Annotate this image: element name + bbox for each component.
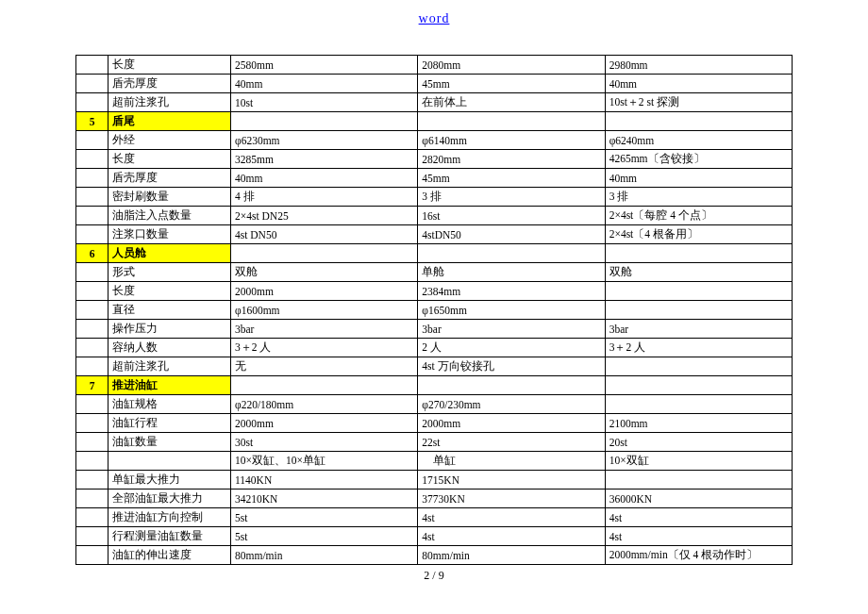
row-number <box>76 75 108 93</box>
header-link[interactable]: word <box>0 0 868 55</box>
table-row: 单缸最大推力1140KN1715KN <box>76 471 793 490</box>
row-value: 4 排 <box>231 188 418 207</box>
row-value: 4st <box>418 527 605 546</box>
row-number <box>76 207 108 225</box>
row-value: 1715KN <box>418 471 605 490</box>
row-value: 16st <box>418 207 605 225</box>
table-row: 形式双舱单舱双舱 <box>76 263 793 282</box>
row-value: 2×4st DN25 <box>231 207 418 225</box>
table-row: 盾壳厚度40mm45mm40mm <box>76 75 793 93</box>
row-number <box>76 282 108 301</box>
row-label: 油缸的伸出速度 <box>108 546 231 565</box>
row-value: 2980mm <box>605 56 792 75</box>
row-value <box>418 376 605 395</box>
row-number <box>76 452 108 471</box>
row-value: 45mm <box>418 75 605 93</box>
row-value: 4stDN50 <box>418 225 605 244</box>
row-value: 40mm <box>231 75 418 93</box>
row-number <box>76 471 108 490</box>
row-value: 无 <box>231 357 418 376</box>
table-row: 直径φ1600mmφ1650mm <box>76 301 793 320</box>
row-value: 在前体上 <box>418 93 605 112</box>
row-number <box>76 56 108 75</box>
row-value <box>605 376 792 395</box>
row-value: 4st <box>605 527 792 546</box>
row-number <box>76 169 108 188</box>
row-value: 40mm <box>231 169 418 188</box>
row-number <box>76 301 108 320</box>
row-label: 长度 <box>108 150 231 169</box>
table-row: 长度2580mm2080mm2980mm <box>76 56 793 75</box>
row-value <box>418 244 605 263</box>
row-value: φ6140mm <box>418 131 605 150</box>
row-number <box>76 263 108 282</box>
row-label <box>108 452 231 471</box>
table-row: 推进油缸方向控制5st4st4st <box>76 508 793 527</box>
row-value <box>231 244 418 263</box>
row-value: 双舱 <box>231 263 418 282</box>
table-row: 操作压力3bar3bar3bar <box>76 320 793 339</box>
row-number: 6 <box>76 244 108 263</box>
row-value: φ1600mm <box>231 301 418 320</box>
row-value: 2580mm <box>231 56 418 75</box>
row-number: 7 <box>76 376 108 395</box>
row-number <box>76 546 108 565</box>
row-value: 10×双缸、10×单缸 <box>231 452 418 471</box>
row-label: 油缸数量 <box>108 433 231 452</box>
table-row: 外经φ6230mmφ6140mmφ6240mm <box>76 131 793 150</box>
row-label: 行程测量油缸数量 <box>108 527 231 546</box>
row-value: 80mm/min <box>231 546 418 565</box>
row-number <box>76 225 108 244</box>
row-value <box>605 301 792 320</box>
table-row: 5盾尾 <box>76 112 793 131</box>
row-label: 盾壳厚度 <box>108 75 231 93</box>
row-value: 2000mm <box>231 414 418 433</box>
row-value: 10×双缸 <box>605 452 792 471</box>
table-row: 油缸的伸出速度80mm/min80mm/min2000mm/min〔仅 4 根动… <box>76 546 793 565</box>
row-value: 2 人 <box>418 339 605 357</box>
table-row: 全部油缸最大推力34210KN37730KN36000KN <box>76 490 793 508</box>
row-value: 2100mm <box>605 414 792 433</box>
row-label: 容纳人数 <box>108 339 231 357</box>
table-row: 油缸行程2000mm2000mm2100mm <box>76 414 793 433</box>
row-label: 超前注浆孔 <box>108 357 231 376</box>
row-value: 3＋2 人 <box>231 339 418 357</box>
row-value: 2820mm <box>418 150 605 169</box>
row-number <box>76 395 108 414</box>
row-value: 45mm <box>418 169 605 188</box>
row-value: 30st <box>231 433 418 452</box>
row-value: 40mm <box>605 75 792 93</box>
row-number <box>76 357 108 376</box>
row-value: 4st <box>418 508 605 527</box>
row-value: 4st DN50 <box>231 225 418 244</box>
row-value <box>605 471 792 490</box>
row-value: 2384mm <box>418 282 605 301</box>
table-row: 油缸规格φ220/180mmφ270/230mm <box>76 395 793 414</box>
row-value: 5st <box>231 508 418 527</box>
row-label: 全部油缸最大推力 <box>108 490 231 508</box>
row-value: 4st <box>605 508 792 527</box>
table-container: 长度2580mm2080mm2980mm盾壳厚度40mm45mm40mm超前注浆… <box>0 55 868 565</box>
row-value: 单舱 <box>418 263 605 282</box>
row-value <box>605 395 792 414</box>
table-row: 超前注浆孔10st在前体上10st＋2 st 探测 <box>76 93 793 112</box>
row-label: 盾尾 <box>108 112 231 131</box>
row-value: φ270/230mm <box>418 395 605 414</box>
row-value: φ6240mm <box>605 131 792 150</box>
row-value: 2×4st〔每腔 4 个点〕 <box>605 207 792 225</box>
row-label: 单缸最大推力 <box>108 471 231 490</box>
row-number <box>76 490 108 508</box>
table-row: 超前注浆孔无4st 万向铰接孔 <box>76 357 793 376</box>
row-value: 3bar <box>231 320 418 339</box>
row-label: 推进油缸 <box>108 376 231 395</box>
row-value <box>605 357 792 376</box>
row-label: 外经 <box>108 131 231 150</box>
row-label: 密封刷数量 <box>108 188 231 207</box>
row-label: 油脂注入点数量 <box>108 207 231 225</box>
row-value: 4st 万向铰接孔 <box>418 357 605 376</box>
row-number <box>76 527 108 546</box>
row-number <box>76 433 108 452</box>
row-value: 2080mm <box>418 56 605 75</box>
row-value: 3 排 <box>605 188 792 207</box>
row-label: 油缸行程 <box>108 414 231 433</box>
